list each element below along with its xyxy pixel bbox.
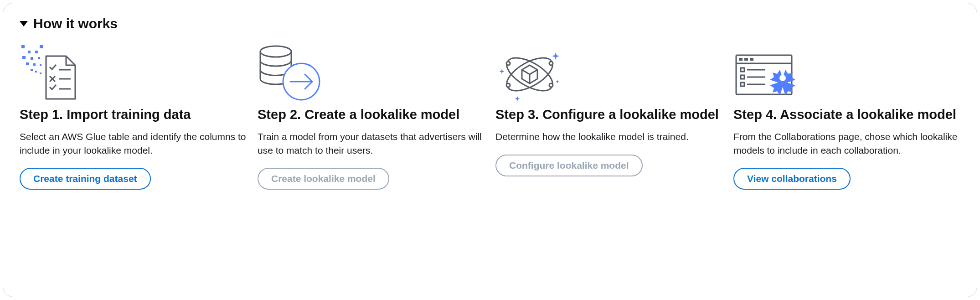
view-collaborations-button[interactable]: View collaborations	[733, 168, 851, 190]
step-4: Step 4. Associate a lookalike model From…	[733, 42, 960, 190]
svg-rect-9	[38, 57, 40, 59]
step-desc: Select an AWS Glue table and identify th…	[20, 130, 247, 157]
step-3: Step 3. Configure a lookalike model Dete…	[495, 42, 722, 190]
step-title: Step 2. Create a lookalike model	[258, 106, 485, 123]
step-2: Step 2. Create a lookalike model Train a…	[258, 42, 485, 190]
configure-lookalike-model-button: Configure lookalike model	[495, 155, 643, 176]
svg-point-23	[506, 83, 510, 87]
svg-rect-15	[40, 72, 41, 74]
svg-point-25	[506, 62, 510, 65]
associate-model-icon	[733, 42, 960, 106]
svg-rect-4	[40, 45, 43, 48]
svg-point-24	[549, 83, 553, 87]
create-training-dataset-button[interactable]: Create training dataset	[20, 168, 151, 190]
svg-rect-12	[40, 64, 41, 66]
svg-rect-29	[744, 58, 748, 61]
svg-rect-5	[28, 51, 31, 53]
step-desc: Train a model from your datasets that ad…	[258, 130, 485, 157]
import-data-icon	[20, 42, 247, 106]
create-model-icon	[258, 42, 485, 106]
step-desc: Determine how the lookalike model is tra…	[495, 130, 722, 143]
svg-rect-13	[31, 69, 33, 71]
svg-point-16	[260, 46, 291, 57]
svg-rect-30	[750, 58, 753, 61]
panel-title: How it works	[33, 16, 118, 31]
step-desc: From the Collaborations page, chose whic…	[733, 130, 960, 157]
step-title: Step 3. Configure a lookalike model	[495, 106, 722, 123]
step-title: Step 4. Associate a lookalike model	[733, 106, 960, 123]
steps-row: Step 1. Import training data Select an A…	[20, 42, 960, 190]
svg-rect-28	[739, 58, 743, 61]
panel-header[interactable]: How it works	[20, 16, 960, 31]
svg-rect-11	[33, 63, 36, 66]
svg-point-37	[779, 75, 786, 81]
svg-rect-14	[35, 71, 37, 72]
svg-rect-6	[35, 51, 38, 53]
svg-rect-3	[21, 45, 25, 48]
svg-rect-8	[31, 57, 33, 60]
step-1: Step 1. Import training data Select an A…	[20, 42, 247, 190]
svg-rect-7	[22, 56, 26, 59]
svg-rect-10	[26, 62, 29, 65]
create-lookalike-model-button: Create lookalike model	[258, 168, 389, 190]
caret-down-icon	[20, 21, 28, 26]
how-it-works-panel: How it works	[3, 3, 977, 297]
svg-point-22	[549, 62, 553, 65]
configure-model-icon	[495, 42, 722, 106]
step-title: Step 1. Import training data	[20, 106, 247, 123]
